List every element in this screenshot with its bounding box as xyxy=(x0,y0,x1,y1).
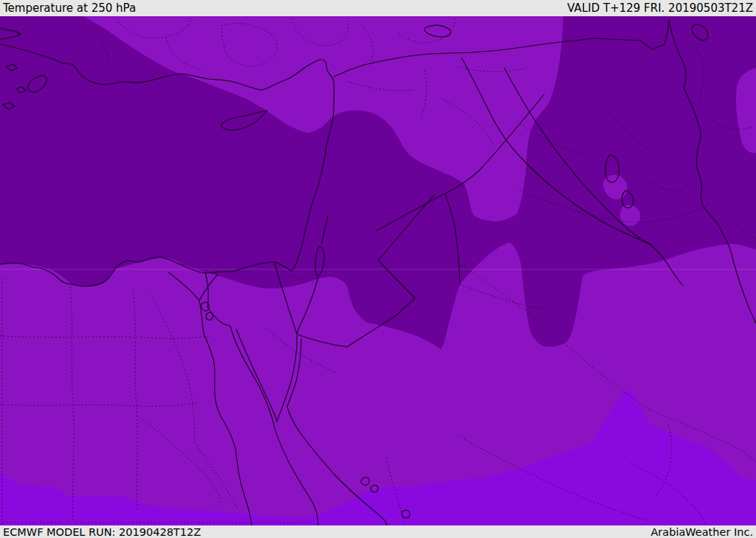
weather-map-window: Temperature at 250 hPa VALID T+129 FRI. … xyxy=(0,0,756,538)
credit-label: ArabiaWeather Inc. xyxy=(650,526,753,538)
footer-bar: ECMWF MODEL RUN: 20190428T12Z ArabiaWeat… xyxy=(0,525,756,538)
page-title: Temperature at 250 hPa xyxy=(3,1,136,15)
valid-time-label: VALID T+129 FRI. 20190503T21Z xyxy=(567,1,753,15)
temperature-map xyxy=(0,16,756,525)
model-run-label: ECMWF MODEL RUN: 20190428T12Z xyxy=(3,526,201,538)
title-bar: Temperature at 250 hPa VALID T+129 FRI. … xyxy=(0,0,756,16)
